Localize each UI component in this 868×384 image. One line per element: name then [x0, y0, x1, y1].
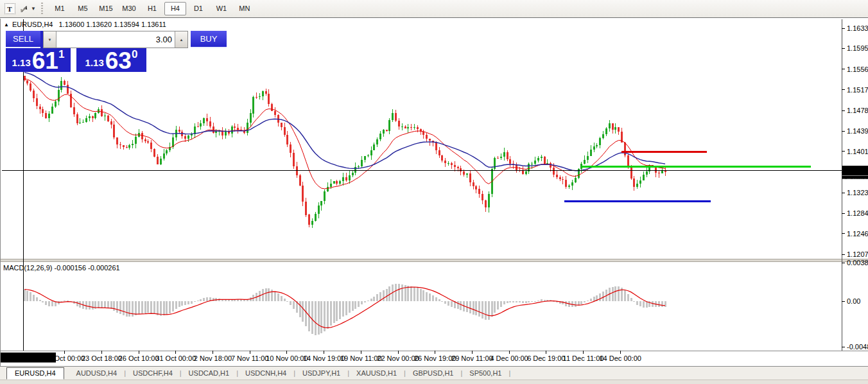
text-label-tool-button[interactable]: T	[3, 3, 16, 15]
svg-text:0.003847: 0.003847	[847, 259, 868, 266]
chart-tab-usdjpy-h1[interactable]: USDJPY,H1	[295, 369, 347, 377]
svg-text:-0.004856: -0.004856	[847, 343, 868, 351]
timeframe-button-mn[interactable]: MN	[234, 2, 256, 15]
up-arrow-icon: ▲	[180, 38, 184, 42]
sell-button[interactable]: SELL	[6, 31, 40, 48]
sell-price-prefix: 1.13	[12, 57, 31, 68]
svg-text:1.14780: 1.14780	[847, 107, 868, 114]
time-axis: 19 Oct 00:0023 Oct 18:0026 Oct 10:0031 O…	[44, 351, 641, 362]
ma-fast-line	[24, 79, 665, 189]
svg-text:1.12070: 1.12070	[847, 250, 868, 258]
chart-symbol-label: EURUSD,H4	[12, 21, 53, 28]
under-price-badge: 1.13611	[842, 176, 868, 184]
collapse-triangle-icon[interactable]: ▲	[4, 22, 9, 28]
chart-header: ▲ EURUSD,H4 1.13600 1.13620 1.13594 1.13…	[4, 21, 166, 28]
text-tool-icon: T	[4, 3, 15, 14]
buy-price-prefix: 1.13	[85, 57, 104, 68]
timeframe-button-h1[interactable]: H1	[141, 2, 163, 15]
arrows-tool-button[interactable]: ▼	[19, 3, 36, 15]
chart-tab-gbpusd-h1[interactable]: GBPUSD,H1	[406, 369, 461, 377]
chart-tab-eurusd-h4[interactable]: EURUSD,H4	[6, 367, 64, 380]
svg-text:1.14390: 1.14390	[847, 127, 868, 135]
timeframe-button-m15[interactable]: M15	[95, 2, 117, 15]
macd-indicator-label: MACD(12,26,9) -0.000156 -0.000261	[3, 264, 120, 272]
svg-text:1.13611: 1.13611	[844, 177, 868, 184]
price-axis: 1.163301.159501.155601.151701.147801.143…	[842, 24, 868, 258]
buy-button-label: BUY	[200, 34, 218, 44]
chart-tab-usdcnh-h4[interactable]: USDCNH,H4	[238, 369, 293, 377]
panel-splitter[interactable]	[1, 259, 868, 262]
buy-price-pipette: 0	[132, 48, 137, 61]
dropdown-caret-icon: ▼	[31, 6, 36, 12]
macd-axis: 0.0038470.00-0.004856	[842, 259, 868, 351]
volume-decrease-button[interactable]: ▼	[44, 31, 56, 48]
svg-text:1.13230: 1.13230	[847, 189, 868, 196]
macd-histogram	[24, 284, 666, 335]
svg-text:14 Nov 19:00: 14 Nov 19:00	[303, 354, 345, 362]
sell-button-label: SELL	[13, 34, 33, 44]
svg-text:4 Dec 00:00: 4 Dec 00:00	[490, 354, 528, 362]
toolbar: T ▼ M1M5M15M30H1H4D1W1MN	[0, 0, 868, 18]
candlesticks	[24, 76, 666, 228]
svg-text:7 Nov 11:00: 7 Nov 11:00	[231, 354, 269, 362]
chart-tab-usdcad-h1[interactable]: USDCAD,H1	[182, 369, 237, 377]
svg-text:1.16330: 1.16330	[847, 24, 868, 32]
volume-increase-button[interactable]: ▲	[175, 31, 187, 48]
svg-text:1.12840: 1.12840	[847, 209, 868, 217]
chart-ohlc-values: 1.13600 1.13620 1.13594 1.13611	[59, 21, 166, 28]
svg-text:22 Nov 00:00: 22 Nov 00:00	[377, 354, 419, 362]
buy-button[interactable]: BUY	[191, 31, 227, 48]
svg-text:11 Dec 11:00: 11 Dec 11:00	[563, 354, 604, 362]
svg-text:29 Nov 11:00: 29 Nov 11:00	[451, 354, 493, 362]
svg-text:6 Dec 19:00: 6 Dec 19:00	[527, 354, 565, 362]
svg-text:19 Nov 11:00: 19 Nov 11:00	[340, 354, 382, 362]
chart-tab-sp500-h1[interactable]: SP500,H1	[462, 369, 508, 377]
one-click-trade-panel: SELL ▼ ▲ BUY 1.13 61 1 1.13	[6, 31, 146, 72]
down-arrow-icon: ▼	[48, 38, 52, 42]
sell-price-pipette: 1	[58, 48, 64, 61]
status-strip	[0, 380, 868, 384]
timeframe-button-w1[interactable]: W1	[211, 2, 232, 15]
sell-price-main: 61	[32, 51, 58, 70]
toolbar-separator	[41, 3, 43, 15]
chart-tab-usdchf-h4[interactable]: USDCHF,H4	[126, 369, 180, 377]
timeframe-button-h4[interactable]: H4	[164, 2, 186, 15]
volume-input[interactable]	[56, 31, 175, 48]
svg-text:1.14010: 1.14010	[847, 148, 868, 155]
current-price-badge: 1.13649	[842, 166, 868, 175]
timeframe-button-m5[interactable]: M5	[72, 2, 94, 15]
buy-price-main: 63	[105, 51, 132, 70]
svg-text:2 Nov 18:00: 2 Nov 18:00	[194, 354, 232, 362]
svg-text:1.15950: 1.15950	[847, 44, 868, 52]
time-badge: 018.10.17 14:00	[1, 353, 56, 363]
tab-separator: |	[508, 369, 510, 377]
svg-text:26 Nov 19:00: 26 Nov 19:00	[414, 354, 456, 362]
swap-arrows-icon	[19, 4, 29, 14]
sell-price-display[interactable]: 1.13 61 1	[6, 48, 71, 72]
svg-text:23 Oct 18:00: 23 Oct 18:00	[82, 354, 122, 362]
svg-text:31 Oct 00:00: 31 Oct 00:00	[155, 354, 196, 362]
timeframe-button-m1[interactable]: M1	[49, 2, 71, 15]
svg-text:1.12460: 1.12460	[847, 230, 868, 238]
timeframe-button-d1[interactable]: D1	[187, 2, 209, 15]
svg-text:1.13649: 1.13649	[844, 167, 868, 175]
svg-text:1.15170: 1.15170	[847, 86, 868, 94]
chart-tab-xauusd-h1[interactable]: XAUUSD,H1	[349, 369, 404, 377]
volume-spinner: ▼ ▲	[43, 31, 188, 48]
svg-text:26 Oct 10:00: 26 Oct 10:00	[119, 354, 159, 362]
chart-tab-bar: EURUSD,H4AUDUSD,H4|USDCHF,H4|USDCAD,H1|U…	[0, 366, 868, 380]
ma-slow-line	[24, 73, 665, 171]
svg-text:1.15560: 1.15560	[847, 65, 868, 73]
buy-price-display[interactable]: 1.13 63 0	[76, 48, 146, 72]
svg-text:10 Nov 00:00: 10 Nov 00:00	[266, 354, 308, 362]
svg-text:0.00: 0.00	[847, 297, 860, 305]
svg-text:018.10.17 14:00: 018.10.17 14:00	[3, 354, 54, 362]
timeframe-button-m30[interactable]: M30	[118, 2, 140, 15]
chart-tab-audusd-h4[interactable]: AUDUSD,H4	[69, 369, 125, 377]
timeframe-group: M1M5M15M30H1H4D1W1MN	[48, 2, 256, 15]
chart-area[interactable]: 1.163301.159501.155601.151701.147801.143…	[0, 19, 868, 366]
svg-text:14 Dec 00:00: 14 Dec 00:00	[599, 354, 641, 362]
